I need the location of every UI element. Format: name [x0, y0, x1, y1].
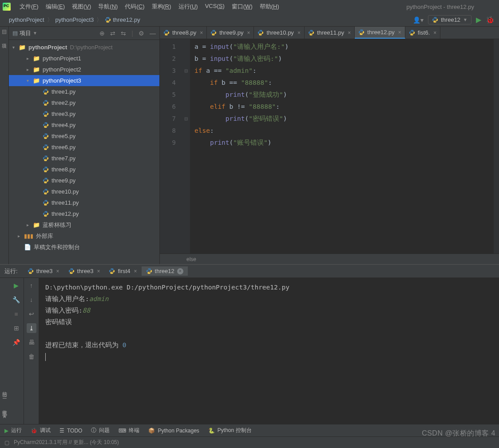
- menu-item[interactable]: 代码(C): [121, 1, 148, 12]
- tree-file[interactable]: three1.py: [9, 86, 159, 97]
- error-stripe[interactable]: [494, 39, 499, 254]
- editor-tab-label: fist6.: [418, 29, 430, 36]
- menu-item[interactable]: 运行(U): [175, 1, 202, 12]
- project-gutter-icon[interactable]: ▤: [2, 28, 7, 35]
- rerun-icon[interactable]: ▶: [12, 281, 21, 290]
- scroll-to-end-icon[interactable]: ⤓: [27, 323, 36, 333]
- close-icon[interactable]: ×: [134, 268, 137, 274]
- python-packages-button[interactable]: 📦Python Packages: [148, 428, 199, 434]
- python-console-button[interactable]: 🐍Python 控制台: [208, 427, 252, 434]
- menu-item[interactable]: VCS(S): [202, 1, 228, 12]
- run-tab[interactable]: three12×: [142, 266, 188, 276]
- tree-folder[interactable]: ▸📁pythonProject2: [9, 64, 159, 75]
- soft-wrap-icon[interactable]: ↩: [27, 309, 36, 319]
- fold-icon[interactable]: ⊟: [182, 65, 190, 77]
- run-tab[interactable]: first4×: [104, 266, 141, 276]
- close-icon[interactable]: ×: [433, 30, 436, 36]
- code-editor[interactable]: a = input("请输入用户名:") b = input("请输入密码:")…: [190, 39, 494, 254]
- close-icon[interactable]: ×: [247, 30, 250, 36]
- tree-file[interactable]: three6.py: [9, 142, 159, 153]
- gear-icon[interactable]: ⚙: [139, 30, 144, 37]
- run-button-icon[interactable]: ▶: [476, 16, 481, 24]
- menu-item[interactable]: 编辑(E): [42, 1, 68, 12]
- close-icon[interactable]: ×: [348, 30, 351, 36]
- stop-icon[interactable]: ■: [12, 309, 21, 319]
- menu-item[interactable]: 帮助(H): [256, 1, 283, 12]
- python-file-icon: [43, 211, 49, 217]
- print-icon[interactable]: 🖶: [27, 337, 36, 347]
- tree-file[interactable]: three11.py: [9, 197, 159, 208]
- tree-file[interactable]: three2.py: [9, 97, 159, 108]
- user-icon[interactable]: 👤▾: [413, 16, 424, 24]
- structure-gutter-label[interactable]: 结构: [1, 386, 8, 389]
- debug-button-icon[interactable]: 🐞: [486, 16, 495, 24]
- structure-icon[interactable]: ☰: [2, 394, 7, 400]
- tree-file[interactable]: three9.py: [9, 175, 159, 186]
- layout-icon[interactable]: ⊞: [12, 323, 21, 333]
- wrench-icon[interactable]: 🔧: [12, 295, 21, 305]
- close-icon[interactable]: ×: [177, 268, 183, 274]
- editor-tab[interactable]: three9.py×: [207, 27, 254, 39]
- tree-file[interactable]: three4.py: [9, 119, 159, 131]
- breadcrumb-item[interactable]: three12.py: [113, 16, 140, 23]
- run-tab[interactable]: three3×: [23, 266, 64, 276]
- run-tab[interactable]: three3×: [64, 266, 105, 276]
- close-icon[interactable]: ×: [97, 268, 100, 274]
- run-tool-button[interactable]: ▶运行: [4, 427, 22, 434]
- breadcrumb-item[interactable]: pythonProject: [9, 16, 44, 23]
- tree-ext-lib[interactable]: ▸ ▮▮▮ 外部库: [9, 230, 159, 242]
- editor-tab[interactable]: three11.py×: [305, 27, 355, 39]
- chevron-down-icon[interactable]: ▼: [33, 31, 37, 36]
- tree-folder[interactable]: ▸📁pythonProject1: [9, 53, 159, 64]
- tree-file-label: three4.py: [51, 122, 75, 128]
- menu-item[interactable]: 文件(F): [16, 1, 42, 12]
- editor-tab[interactable]: fist6.×: [405, 27, 440, 39]
- locate-icon[interactable]: ⊕: [99, 30, 105, 37]
- menu-item[interactable]: 重构(R): [148, 1, 175, 12]
- editor-tab[interactable]: three8.py×: [160, 27, 207, 39]
- breadcrumb-item[interactable]: pythonProject3: [55, 16, 94, 23]
- project-gutter-label[interactable]: 项目: [1, 38, 8, 42]
- tree-file[interactable]: three8.py: [9, 164, 159, 175]
- project-tree[interactable]: ▾ 📁 pythonProject D:\pythonProject ▸📁pyt…: [9, 40, 159, 264]
- arrow-down-icon[interactable]: ↓: [27, 295, 36, 305]
- debug-tool-button[interactable]: 🐞调试: [31, 427, 51, 434]
- tree-folder[interactable]: ▸ 📁 蓝桥杯练习: [9, 219, 159, 230]
- close-icon[interactable]: ×: [56, 268, 59, 274]
- trash-icon[interactable]: 🗑: [27, 352, 36, 361]
- menu-item[interactable]: 导航(N): [95, 1, 121, 12]
- close-icon[interactable]: ×: [398, 29, 401, 36]
- favorites-gutter-label[interactable]: 收藏夹: [1, 404, 8, 408]
- tree-file[interactable]: three12.py: [9, 208, 159, 219]
- close-icon[interactable]: ×: [297, 30, 301, 36]
- menu-item[interactable]: 窗口(W): [228, 1, 256, 12]
- python-file-icon: [146, 268, 152, 274]
- expand-icon[interactable]: ⇄: [110, 30, 115, 37]
- tree-file[interactable]: three3.py: [9, 108, 159, 119]
- editor-tab[interactable]: three10.py×: [254, 27, 304, 39]
- editor-tab[interactable]: three12.py×: [355, 27, 405, 39]
- problems-tool-button[interactable]: ⓘ问题: [91, 427, 110, 434]
- collapse-icon[interactable]: ⇆: [121, 30, 126, 37]
- tree-scratch[interactable]: 📄 草稿文件和控制台: [9, 242, 159, 253]
- tree-file[interactable]: three5.py: [9, 131, 159, 142]
- close-icon[interactable]: ×: [200, 30, 203, 36]
- terminal-tool-button[interactable]: ⌨终端: [119, 427, 139, 434]
- menu-item[interactable]: 视图(V): [68, 1, 95, 12]
- tree-file[interactable]: three7.py: [9, 153, 159, 164]
- fold-end-icon[interactable]: ⊟: [182, 113, 190, 125]
- tree-folder[interactable]: ▾📁pythonProject3: [9, 75, 159, 86]
- minimize-icon[interactable]: —: [150, 30, 156, 37]
- console-line: 请输入用户名:admin: [45, 293, 493, 305]
- console-output[interactable]: D:\python\python.exe D:/pythonProject/py…: [39, 278, 499, 424]
- arrow-up-icon[interactable]: ↑: [27, 281, 36, 290]
- status-indicator-icon[interactable]: ▢: [4, 440, 9, 446]
- star-icon[interactable]: ★: [2, 412, 8, 420]
- editor-breadcrumb[interactable]: else: [160, 254, 499, 264]
- tree-file-label: three6.py: [51, 144, 75, 151]
- tree-root[interactable]: ▾ 📁 pythonProject D:\pythonProject: [9, 42, 159, 53]
- run-config-selector[interactable]: three12 ▼: [428, 15, 471, 24]
- pin-icon[interactable]: 📌: [12, 337, 21, 347]
- todo-tool-button[interactable]: ☰TODO: [59, 428, 82, 434]
- tree-file[interactable]: three10.py: [9, 186, 159, 197]
